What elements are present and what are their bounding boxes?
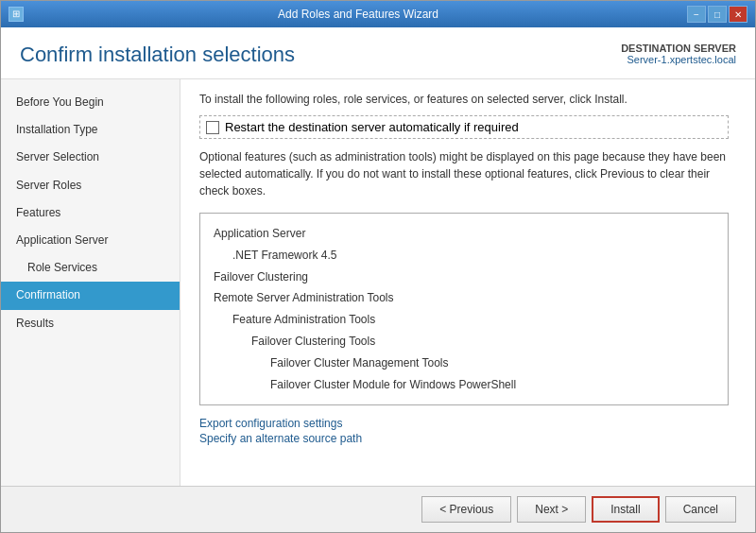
install-button[interactable]: Install bbox=[592, 496, 659, 523]
export-config-link[interactable]: Export configuration settings bbox=[199, 417, 736, 430]
restart-checkbox-row[interactable]: Restart the destination server automatic… bbox=[199, 115, 729, 139]
sidebar: Before You Begin Installation Type Serve… bbox=[1, 79, 180, 486]
feature-item-3: Remote Server Administration Tools bbox=[214, 287, 714, 309]
instruction-text: To install the following roles, role ser… bbox=[199, 93, 736, 106]
window-title: Add Roles and Features Wizard bbox=[29, 8, 687, 21]
sidebar-item-server-selection[interactable]: Server Selection bbox=[1, 144, 180, 171]
window-icon: ⊞ bbox=[9, 7, 24, 22]
sidebar-item-features[interactable]: Features bbox=[1, 199, 180, 227]
feature-item-0: Application Server bbox=[214, 223, 714, 245]
feature-list-box: Application Server .NET Framework 4.5 Fa… bbox=[199, 213, 729, 405]
next-button[interactable]: Next > bbox=[517, 496, 586, 523]
alternate-source-link[interactable]: Specify an alternate source path bbox=[199, 432, 736, 445]
sidebar-item-before-you-begin[interactable]: Before You Begin bbox=[1, 89, 180, 116]
close-button[interactable]: ✕ bbox=[729, 6, 747, 23]
minimize-button[interactable]: − bbox=[687, 6, 706, 23]
sidebar-item-role-services[interactable]: Role Services bbox=[1, 254, 180, 282]
page-title: Confirm installation selections bbox=[20, 43, 295, 67]
destination-info: DESTINATION SERVER Server-1.xpertstec.lo… bbox=[621, 43, 736, 65]
content-area: To install the following roles, role ser… bbox=[180, 79, 755, 486]
optional-text: Optional features (such as administratio… bbox=[199, 148, 736, 199]
footer: < Previous Next > Install Cancel bbox=[1, 486, 755, 532]
previous-button[interactable]: < Previous bbox=[421, 496, 511, 523]
sidebar-item-confirmation[interactable]: Confirmation bbox=[1, 282, 180, 309]
restart-checkbox[interactable] bbox=[206, 121, 219, 134]
restart-checkbox-label: Restart the destination server automatic… bbox=[225, 120, 519, 134]
feature-item-2: Failover Clustering bbox=[214, 266, 714, 288]
link-section: Export configuration settings Specify an… bbox=[199, 417, 736, 445]
sidebar-item-installation-type[interactable]: Installation Type bbox=[1, 116, 180, 144]
feature-item-7: Failover Cluster Module for Windows Powe… bbox=[214, 374, 714, 396]
maximize-button[interactable]: □ bbox=[708, 6, 727, 23]
main-content: Before You Begin Installation Type Serve… bbox=[1, 79, 755, 486]
page-header: Confirm installation selections DESTINAT… bbox=[1, 27, 755, 79]
title-bar: ⊞ Add Roles and Features Wizard − □ ✕ bbox=[1, 1, 755, 27]
sidebar-item-server-roles[interactable]: Server Roles bbox=[1, 172, 180, 199]
main-window: ⊞ Add Roles and Features Wizard − □ ✕ Co… bbox=[0, 0, 756, 533]
window-controls: − □ ✕ bbox=[687, 6, 747, 23]
destination-label: DESTINATION SERVER bbox=[621, 43, 736, 54]
cancel-button[interactable]: Cancel bbox=[665, 496, 736, 523]
destination-server: Server-1.xpertstec.local bbox=[627, 54, 736, 65]
feature-item-6: Failover Cluster Management Tools bbox=[214, 352, 714, 374]
sidebar-item-results[interactable]: Results bbox=[1, 310, 180, 337]
feature-item-1: .NET Framework 4.5 bbox=[214, 245, 714, 266]
sidebar-item-application-server[interactable]: Application Server bbox=[1, 227, 180, 254]
feature-item-5: Failover Clustering Tools bbox=[214, 331, 714, 352]
feature-item-4: Feature Administration Tools bbox=[214, 309, 714, 331]
